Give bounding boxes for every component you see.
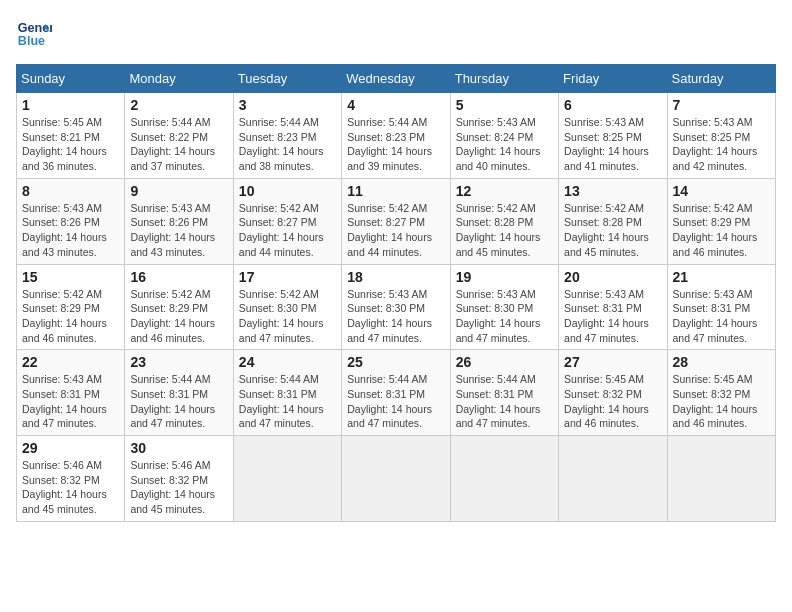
day-number: 14 — [673, 183, 770, 199]
calendar-day-cell: 22Sunrise: 5:43 AM Sunset: 8:31 PM Dayli… — [17, 350, 125, 436]
day-number: 12 — [456, 183, 553, 199]
calendar-day-cell: 4Sunrise: 5:44 AM Sunset: 8:23 PM Daylig… — [342, 93, 450, 179]
calendar-day-cell: 28Sunrise: 5:45 AM Sunset: 8:32 PM Dayli… — [667, 350, 775, 436]
calendar-day-cell: 15Sunrise: 5:42 AM Sunset: 8:29 PM Dayli… — [17, 264, 125, 350]
weekday-header: Wednesday — [342, 65, 450, 93]
day-info: Sunrise: 5:44 AM Sunset: 8:31 PM Dayligh… — [347, 372, 444, 431]
day-number: 7 — [673, 97, 770, 113]
day-number: 29 — [22, 440, 119, 456]
logo-icon: General Blue — [16, 16, 52, 52]
day-info: Sunrise: 5:42 AM Sunset: 8:27 PM Dayligh… — [239, 201, 336, 260]
day-info: Sunrise: 5:43 AM Sunset: 8:30 PM Dayligh… — [456, 287, 553, 346]
calendar-day-cell: 16Sunrise: 5:42 AM Sunset: 8:29 PM Dayli… — [125, 264, 233, 350]
calendar-day-cell: 11Sunrise: 5:42 AM Sunset: 8:27 PM Dayli… — [342, 178, 450, 264]
calendar-day-cell — [342, 436, 450, 522]
svg-text:Blue: Blue — [18, 34, 45, 48]
day-info: Sunrise: 5:45 AM Sunset: 8:32 PM Dayligh… — [673, 372, 770, 431]
day-info: Sunrise: 5:44 AM Sunset: 8:23 PM Dayligh… — [239, 115, 336, 174]
day-number: 19 — [456, 269, 553, 285]
calendar-day-cell: 7Sunrise: 5:43 AM Sunset: 8:25 PM Daylig… — [667, 93, 775, 179]
day-number: 10 — [239, 183, 336, 199]
calendar-day-cell — [450, 436, 558, 522]
calendar-day-cell: 12Sunrise: 5:42 AM Sunset: 8:28 PM Dayli… — [450, 178, 558, 264]
day-number: 15 — [22, 269, 119, 285]
day-info: Sunrise: 5:44 AM Sunset: 8:22 PM Dayligh… — [130, 115, 227, 174]
day-number: 8 — [22, 183, 119, 199]
day-info: Sunrise: 5:44 AM Sunset: 8:31 PM Dayligh… — [239, 372, 336, 431]
calendar-day-cell: 23Sunrise: 5:44 AM Sunset: 8:31 PM Dayli… — [125, 350, 233, 436]
calendar-day-cell: 17Sunrise: 5:42 AM Sunset: 8:30 PM Dayli… — [233, 264, 341, 350]
day-number: 16 — [130, 269, 227, 285]
day-info: Sunrise: 5:42 AM Sunset: 8:27 PM Dayligh… — [347, 201, 444, 260]
day-info: Sunrise: 5:46 AM Sunset: 8:32 PM Dayligh… — [22, 458, 119, 517]
day-number: 27 — [564, 354, 661, 370]
calendar-day-cell: 1Sunrise: 5:45 AM Sunset: 8:21 PM Daylig… — [17, 93, 125, 179]
calendar-day-cell: 9Sunrise: 5:43 AM Sunset: 8:26 PM Daylig… — [125, 178, 233, 264]
day-number: 22 — [22, 354, 119, 370]
day-info: Sunrise: 5:42 AM Sunset: 8:29 PM Dayligh… — [130, 287, 227, 346]
logo: General Blue — [16, 16, 52, 52]
calendar-day-cell — [559, 436, 667, 522]
calendar-day-cell: 20Sunrise: 5:43 AM Sunset: 8:31 PM Dayli… — [559, 264, 667, 350]
calendar-day-cell: 25Sunrise: 5:44 AM Sunset: 8:31 PM Dayli… — [342, 350, 450, 436]
calendar-day-cell: 18Sunrise: 5:43 AM Sunset: 8:30 PM Dayli… — [342, 264, 450, 350]
calendar-week-row: 29Sunrise: 5:46 AM Sunset: 8:32 PM Dayli… — [17, 436, 776, 522]
weekday-header: Sunday — [17, 65, 125, 93]
calendar-week-row: 8Sunrise: 5:43 AM Sunset: 8:26 PM Daylig… — [17, 178, 776, 264]
calendar-day-cell — [667, 436, 775, 522]
day-number: 18 — [347, 269, 444, 285]
day-number: 30 — [130, 440, 227, 456]
page-header: General Blue — [16, 16, 776, 52]
day-number: 13 — [564, 183, 661, 199]
calendar-day-cell: 10Sunrise: 5:42 AM Sunset: 8:27 PM Dayli… — [233, 178, 341, 264]
calendar-day-cell: 3Sunrise: 5:44 AM Sunset: 8:23 PM Daylig… — [233, 93, 341, 179]
day-info: Sunrise: 5:42 AM Sunset: 8:28 PM Dayligh… — [564, 201, 661, 260]
day-info: Sunrise: 5:42 AM Sunset: 8:30 PM Dayligh… — [239, 287, 336, 346]
day-number: 26 — [456, 354, 553, 370]
calendar-day-cell: 2Sunrise: 5:44 AM Sunset: 8:22 PM Daylig… — [125, 93, 233, 179]
day-info: Sunrise: 5:43 AM Sunset: 8:30 PM Dayligh… — [347, 287, 444, 346]
day-number: 21 — [673, 269, 770, 285]
calendar-day-cell: 21Sunrise: 5:43 AM Sunset: 8:31 PM Dayli… — [667, 264, 775, 350]
day-number: 5 — [456, 97, 553, 113]
day-info: Sunrise: 5:46 AM Sunset: 8:32 PM Dayligh… — [130, 458, 227, 517]
calendar-day-cell: 26Sunrise: 5:44 AM Sunset: 8:31 PM Dayli… — [450, 350, 558, 436]
day-number: 28 — [673, 354, 770, 370]
day-info: Sunrise: 5:43 AM Sunset: 8:25 PM Dayligh… — [564, 115, 661, 174]
day-number: 2 — [130, 97, 227, 113]
day-info: Sunrise: 5:43 AM Sunset: 8:25 PM Dayligh… — [673, 115, 770, 174]
calendar-day-cell: 13Sunrise: 5:42 AM Sunset: 8:28 PM Dayli… — [559, 178, 667, 264]
calendar-week-row: 22Sunrise: 5:43 AM Sunset: 8:31 PM Dayli… — [17, 350, 776, 436]
calendar-day-cell: 6Sunrise: 5:43 AM Sunset: 8:25 PM Daylig… — [559, 93, 667, 179]
day-number: 4 — [347, 97, 444, 113]
calendar-week-row: 1Sunrise: 5:45 AM Sunset: 8:21 PM Daylig… — [17, 93, 776, 179]
day-number: 17 — [239, 269, 336, 285]
day-number: 25 — [347, 354, 444, 370]
day-info: Sunrise: 5:44 AM Sunset: 8:31 PM Dayligh… — [456, 372, 553, 431]
day-info: Sunrise: 5:43 AM Sunset: 8:31 PM Dayligh… — [22, 372, 119, 431]
day-number: 20 — [564, 269, 661, 285]
day-info: Sunrise: 5:45 AM Sunset: 8:32 PM Dayligh… — [564, 372, 661, 431]
day-number: 24 — [239, 354, 336, 370]
calendar-table: SundayMondayTuesdayWednesdayThursdayFrid… — [16, 64, 776, 522]
calendar-day-cell — [233, 436, 341, 522]
calendar-day-cell: 8Sunrise: 5:43 AM Sunset: 8:26 PM Daylig… — [17, 178, 125, 264]
day-info: Sunrise: 5:43 AM Sunset: 8:26 PM Dayligh… — [22, 201, 119, 260]
day-info: Sunrise: 5:44 AM Sunset: 8:31 PM Dayligh… — [130, 372, 227, 431]
weekday-header: Saturday — [667, 65, 775, 93]
calendar-day-cell: 5Sunrise: 5:43 AM Sunset: 8:24 PM Daylig… — [450, 93, 558, 179]
calendar-header: SundayMondayTuesdayWednesdayThursdayFrid… — [17, 65, 776, 93]
day-number: 23 — [130, 354, 227, 370]
day-info: Sunrise: 5:44 AM Sunset: 8:23 PM Dayligh… — [347, 115, 444, 174]
calendar-day-cell: 14Sunrise: 5:42 AM Sunset: 8:29 PM Dayli… — [667, 178, 775, 264]
day-info: Sunrise: 5:43 AM Sunset: 8:31 PM Dayligh… — [673, 287, 770, 346]
day-info: Sunrise: 5:43 AM Sunset: 8:31 PM Dayligh… — [564, 287, 661, 346]
calendar-day-cell: 29Sunrise: 5:46 AM Sunset: 8:32 PM Dayli… — [17, 436, 125, 522]
calendar-day-cell: 19Sunrise: 5:43 AM Sunset: 8:30 PM Dayli… — [450, 264, 558, 350]
weekday-header: Tuesday — [233, 65, 341, 93]
weekday-header: Thursday — [450, 65, 558, 93]
day-number: 3 — [239, 97, 336, 113]
calendar-week-row: 15Sunrise: 5:42 AM Sunset: 8:29 PM Dayli… — [17, 264, 776, 350]
day-number: 6 — [564, 97, 661, 113]
day-info: Sunrise: 5:42 AM Sunset: 8:29 PM Dayligh… — [673, 201, 770, 260]
